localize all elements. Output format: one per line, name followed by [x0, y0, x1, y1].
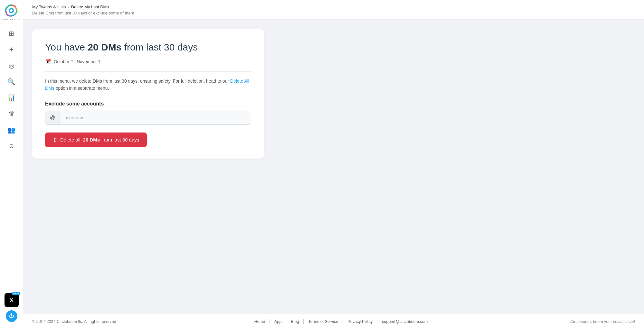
- x-button[interactable]: 𝕏 NEW: [5, 293, 19, 307]
- target-icon: ◎: [9, 62, 14, 69]
- sidebar: TWITTER TOOL ⊞ ✦ ◎ 🔍 📊 🗑 👥 ⊙ 𝕏 NEW: [0, 0, 23, 329]
- delete-btn-prefix: Delete all: [60, 137, 80, 142]
- divider: [45, 71, 251, 72]
- sidebar-item-users[interactable]: 👥: [5, 123, 19, 137]
- exclude-section-title: Exclude some accounts: [45, 101, 251, 107]
- footer-link-privacy[interactable]: Privacy Policy: [343, 319, 377, 324]
- dashboard-icon: ⊞: [9, 30, 14, 37]
- page-header: My Tweets & Lists › Delete My Last DMs D…: [23, 0, 644, 20]
- copyright-text: © 2017-2024 Circleboom llc. All rights r…: [32, 319, 116, 324]
- analytics-icon: 📊: [7, 94, 15, 102]
- calendar-icon: 📅: [45, 59, 51, 64]
- network-icon: ✦: [9, 46, 14, 53]
- breadcrumb-parent[interactable]: My Tweets & Lists: [32, 5, 66, 9]
- sidebar-item-schedule[interactable]: ⊙: [5, 139, 19, 153]
- schedule-icon: ⊙: [9, 142, 14, 150]
- page-footer: © 2017-2024 Circleboom llc. All rights r…: [23, 314, 644, 329]
- power-button[interactable]: ⏻: [6, 310, 17, 322]
- footer-link-tos[interactable]: Terms of Service: [304, 319, 343, 324]
- trash-icon: 🗑: [53, 137, 58, 142]
- sidebar-item-search[interactable]: 🔍: [5, 75, 19, 89]
- footer-links: Home App Blog Terms of Service Privacy P…: [254, 319, 432, 324]
- search-icon: 🔍: [7, 78, 15, 86]
- users-icon: 👥: [7, 126, 15, 134]
- sidebar-nav: ⊞ ✦ ◎ 🔍 📊 🗑 👥 ⊙: [5, 26, 19, 293]
- footer-link-app[interactable]: App: [270, 319, 286, 324]
- footer-tagline: Circleboom, boom your social circle!: [570, 319, 635, 324]
- footer-link-home[interactable]: Home: [254, 319, 270, 324]
- sidebar-item-analytics[interactable]: 📊: [5, 91, 19, 105]
- logo-container[interactable]: TWITTER TOOL: [2, 4, 21, 21]
- sidebar-item-delete[interactable]: 🗑: [5, 107, 19, 121]
- new-badge: NEW: [12, 292, 20, 295]
- footer-link-blog[interactable]: Blog: [286, 319, 304, 324]
- page-subtitle: Delete DMs from last 30 days or exclude …: [32, 11, 635, 15]
- footer-link-support[interactable]: support@circleboom.com: [377, 319, 432, 324]
- card-title: You have 20 DMs from last 30 days: [45, 41, 251, 53]
- main-content: My Tweets & Lists › Delete My Last DMs D…: [23, 0, 644, 329]
- breadcrumb-separator: ›: [68, 5, 69, 9]
- username-input-wrapper: @: [45, 111, 251, 125]
- date-range-text: October 2 - November 1: [54, 59, 100, 64]
- logo-text: TWITTER TOOL: [2, 18, 21, 21]
- date-range: 📅 October 2 - November 1: [45, 59, 251, 64]
- logo-icon: [5, 4, 18, 17]
- delete-btn-bold: 20 DMs: [83, 137, 100, 142]
- card-title-bold: 20 DMs: [88, 42, 121, 52]
- card-title-prefix: You have: [45, 42, 88, 52]
- page-content: You have 20 DMs from last 30 days 📅 Octo…: [23, 20, 644, 314]
- delete-icon: 🗑: [8, 110, 15, 117]
- card-description: In this menu, we delete DMs from last 30…: [45, 78, 251, 92]
- username-input[interactable]: [60, 111, 251, 124]
- delete-btn-suffix: from last 30 days: [102, 137, 139, 142]
- description-text: In this menu, we delete DMs from last 30…: [45, 78, 230, 84]
- delete-dms-button[interactable]: 🗑 Delete all 20 DMs from last 30 days: [45, 133, 147, 147]
- card-title-suffix: from last 30 days: [121, 42, 198, 52]
- sidebar-item-dashboard[interactable]: ⊞: [5, 26, 19, 41]
- x-icon: 𝕏: [9, 297, 14, 303]
- sidebar-item-target[interactable]: ◎: [5, 59, 19, 73]
- breadcrumb-current: Delete My Last DMs: [71, 5, 109, 9]
- description-suffix: option in a separate menu.: [54, 86, 109, 91]
- power-icon: ⏻: [9, 313, 14, 319]
- sidebar-item-network[interactable]: ✦: [5, 42, 19, 57]
- at-symbol: @: [45, 111, 60, 124]
- breadcrumb: My Tweets & Lists › Delete My Last DMs: [32, 5, 635, 9]
- main-card: You have 20 DMs from last 30 days 📅 Octo…: [32, 29, 264, 159]
- svg-point-2: [10, 9, 13, 12]
- sidebar-bottom: 𝕏 NEW ⏻: [5, 293, 19, 325]
